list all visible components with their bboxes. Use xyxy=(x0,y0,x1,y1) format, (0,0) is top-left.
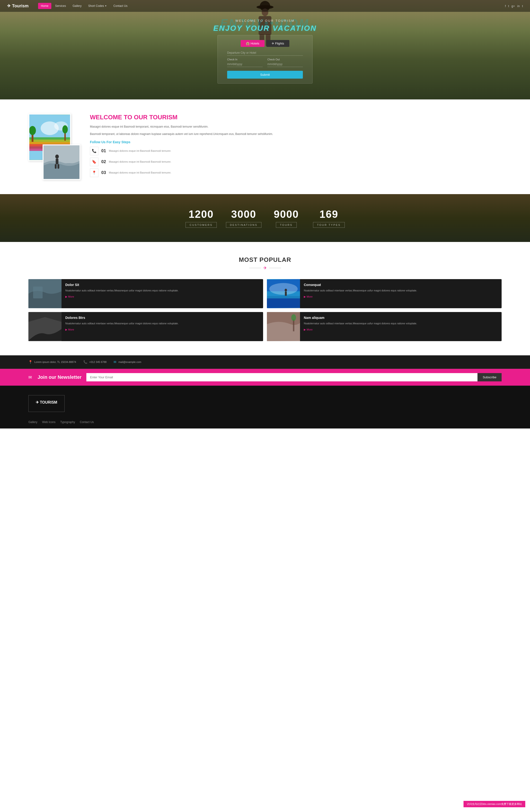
footer-address: 📍 Lorem ipsum dolor, TL 15034-88874 xyxy=(28,360,76,364)
card-4-image xyxy=(267,312,300,341)
date-row: Check In Check Out xyxy=(227,58,303,69)
checkin-input[interactable] xyxy=(227,61,263,67)
checkin-field: Check In xyxy=(227,58,263,67)
brand-name: Tourism xyxy=(12,3,29,9)
card-2-more[interactable]: ▶ More xyxy=(304,295,498,298)
step-1-text: Masagni dolores esque int Basmodi Basmod… xyxy=(109,149,171,153)
social-linkedin[interactable]: in xyxy=(517,4,519,8)
card-4-more[interactable]: ▶ More xyxy=(304,328,498,331)
popular-section: MOST POPULAR ✈ Dolor Sit Nsatolernatur a… xyxy=(0,242,530,356)
popular-title: MOST POPULAR xyxy=(28,256,502,263)
checkout-input[interactable] xyxy=(267,61,303,67)
social-tumblr[interactable]: t xyxy=(522,4,523,8)
footer-bottom-links: Gallery Web Icons Typography Contact Us xyxy=(28,420,502,424)
location-icon: 📍 xyxy=(28,360,32,364)
stat-tour-types-num: 169 xyxy=(308,208,350,220)
step-2: 🔖 02 Masagni dolores esque int Basmodi B… xyxy=(90,158,502,166)
card-2-text: Nsatolernatur auts oditaut miertase vert… xyxy=(304,289,498,293)
stat-customers: 1200 CUSTOMERS xyxy=(180,208,222,228)
brand[interactable]: ✈ Tourism xyxy=(7,3,29,9)
destination-input[interactable] xyxy=(227,50,303,56)
checkin-label: Check In xyxy=(227,58,263,61)
step-3-icon: 📍 xyxy=(90,169,99,177)
svg-rect-33 xyxy=(293,320,294,331)
card-2-content: Consequat Nsatolernatur auts oditaut mie… xyxy=(300,279,502,308)
checkout-field: Check Out xyxy=(267,58,303,67)
step-2-icon: 🔖 xyxy=(90,158,99,166)
card-1-text: Nsatolernatur auts oditaut miertase vert… xyxy=(65,289,259,293)
step-1: 📞 01 Masagni dolores esque int Basmodi B… xyxy=(90,147,502,155)
flight-icon: ✈ xyxy=(271,42,275,45)
footer-brand: ✈ TOURISM xyxy=(36,400,57,405)
newsletter-title: Join our Newsletter xyxy=(38,375,82,380)
stat-tour-types-label: TOUR TYPES xyxy=(313,222,345,228)
social-facebook[interactable]: f xyxy=(505,4,506,8)
card-1-image xyxy=(28,279,61,308)
phone-icon: 📞 xyxy=(83,360,87,364)
welcome-images xyxy=(28,114,80,180)
nav-services[interactable]: Services xyxy=(52,3,69,9)
welcome-image-2 xyxy=(43,144,80,180)
welcome-section: WELCOME TO OUR TOURISM Masagni dolores e… xyxy=(0,99,530,194)
newsletter-section: ✉ Join our Newsletter Subscribe xyxy=(0,369,530,386)
email-icon: ✉ xyxy=(114,360,116,364)
nav-socials: f t g+ in t xyxy=(505,4,523,8)
card-4-title: Nam aliquam xyxy=(304,316,498,320)
svg-rect-18 xyxy=(44,163,79,179)
svg-point-29 xyxy=(285,289,287,292)
stat-destinations-num: 3000 xyxy=(222,208,265,220)
title-divider: ✈ xyxy=(28,265,502,271)
step-3-num: 03 xyxy=(101,170,106,175)
svg-rect-24 xyxy=(33,287,43,299)
stats-section: 1200 CUSTOMERS 3000 DESTINATIONS 9000 TO… xyxy=(0,194,530,242)
hotel-icon: 🏨 xyxy=(246,42,251,45)
nav-shortcodes[interactable]: Short Codes▼ xyxy=(85,3,110,9)
svg-rect-30 xyxy=(285,292,287,296)
newsletter-subscribe-button[interactable]: Subscribe xyxy=(477,373,502,381)
svg-point-28 xyxy=(269,283,298,295)
footer-link-typography[interactable]: Typography xyxy=(60,420,75,424)
svg-point-14 xyxy=(29,126,36,135)
footer-link-webicons[interactable]: Web Icons xyxy=(42,420,55,424)
destination-field xyxy=(227,50,303,56)
svg-rect-20 xyxy=(56,159,58,164)
card-4-content: Nam aliquam Nsatolernatur auts oditaut m… xyxy=(300,312,502,341)
tab-flights[interactable]: ✈ Flights xyxy=(266,40,289,47)
divider-line-right xyxy=(269,268,281,268)
navbar: ✈ Tourism Home Services Gallery Short Co… xyxy=(0,0,530,12)
arrow-right-icon-4: ▶ xyxy=(304,328,306,331)
tab-hotels[interactable]: 🏨 Hotels xyxy=(241,40,264,47)
footer-link-contact[interactable]: Contact Us xyxy=(80,420,94,424)
card-1-title: Dolor Sit xyxy=(65,283,259,287)
divider-plane-icon: ✈ xyxy=(263,265,267,271)
card-3-content: Dolores Btrs Nsatolernatur auts oditaut … xyxy=(61,312,263,341)
welcome-para2: Basmodi temporant, ut laboreas dolore ma… xyxy=(90,132,502,136)
footer-info: 📍 Lorem ipsum dolor, TL 15034-88874 📞 +0… xyxy=(28,360,502,364)
footer-link-gallery[interactable]: Gallery xyxy=(28,420,38,424)
footer-bottom: ✈ TOURISM Gallery Web Icons Typography C… xyxy=(0,386,530,429)
card-1-more[interactable]: ▶ More xyxy=(65,295,259,298)
svg-rect-10 xyxy=(29,140,70,144)
nav-contact[interactable]: Contact Us xyxy=(111,3,130,9)
card-3-more[interactable]: ▶ More xyxy=(65,328,259,331)
step-1-icon: 📞 xyxy=(90,147,99,155)
newsletter-email-input[interactable] xyxy=(86,373,478,381)
social-twitter[interactable]: t xyxy=(508,4,509,8)
footer-top: 📍 Lorem ipsum dolor, TL 15034-88874 📞 +0… xyxy=(0,356,530,369)
steps-list: 📞 01 Masagni dolores esque int Basmodi B… xyxy=(90,147,502,177)
stat-tour-types: 169 TOUR TYPES xyxy=(308,208,350,228)
popular-card-2: Consequat Nsatolernatur auts oditaut mie… xyxy=(267,279,502,308)
footer-address-text: Lorem ipsum dolor, TL 15034-88874 xyxy=(34,361,76,363)
follow-title: Follow Us For Easy Steps xyxy=(90,140,502,144)
step-2-num: 02 xyxy=(101,159,106,164)
welcome-text: WELCOME TO OUR TOURISM Masagni dolores e… xyxy=(90,114,502,177)
card-2-image xyxy=(267,279,300,308)
social-google[interactable]: g+ xyxy=(511,4,515,8)
welcome-title: WELCOME TO OUR TOURISM xyxy=(90,114,502,121)
step-3-text: Masagni dolores esque int Basmodi Basmod… xyxy=(109,171,171,174)
nav-gallery[interactable]: Gallery xyxy=(70,3,85,9)
footer-phone: 📞 +012 345 6788 xyxy=(83,360,107,364)
nav-home[interactable]: Home xyxy=(38,3,51,9)
submit-button[interactable]: Submit xyxy=(227,71,303,78)
stat-tours: 9000 TOURS xyxy=(265,208,308,228)
